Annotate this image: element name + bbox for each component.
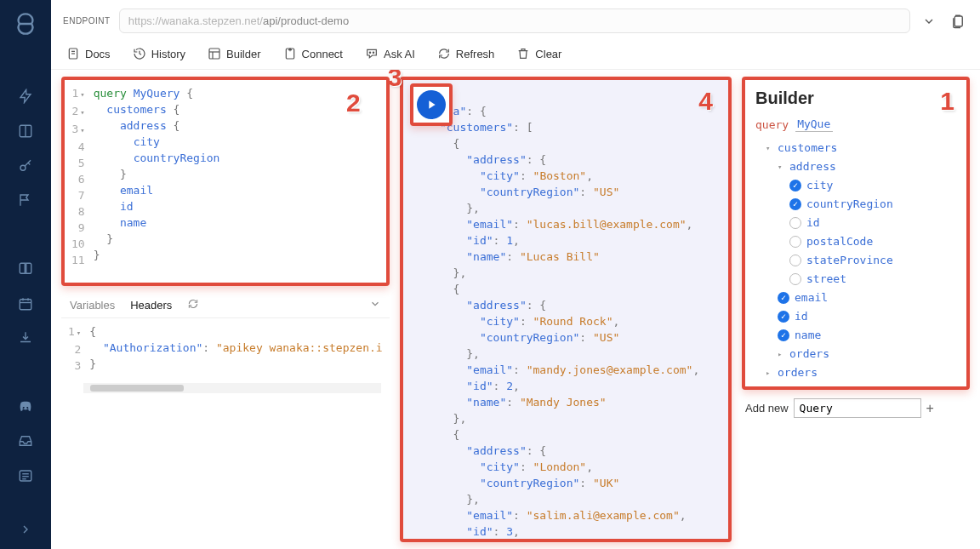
- run-button[interactable]: [417, 90, 446, 119]
- result-json[interactable]: { "data": { "customers": [ { "address": …: [403, 80, 728, 542]
- builder-query-row: query: [755, 117, 956, 132]
- tree-address-id[interactable]: id: [755, 214, 956, 232]
- annotation-badge-2: 2: [346, 89, 361, 117]
- builder-tree: ▾customers ▾address ✓city ✓countryRegion…: [755, 139, 956, 382]
- refresh-vars-icon[interactable]: [187, 298, 199, 312]
- query-code[interactable]: query MyQuery { customers { address { ci…: [94, 85, 220, 277]
- variables-panel: Variables Headers 123 { "Authorization":…: [61, 293, 390, 542]
- svg-point-2: [20, 165, 26, 170]
- horizontal-scrollbar[interactable]: [83, 383, 381, 393]
- tree-name[interactable]: ✓name: [755, 326, 956, 345]
- query-editor-panel[interactable]: 2 123 4567891011 query MyQuery { custome…: [61, 77, 390, 286]
- calendar-icon[interactable]: [17, 295, 34, 312]
- ask-ai-button[interactable]: Ask AI: [365, 47, 415, 60]
- history-button[interactable]: History: [133, 47, 185, 60]
- annotation-badge-3: 3: [388, 70, 424, 92]
- tab-variables[interactable]: Variables: [70, 299, 115, 312]
- tree-street[interactable]: street: [755, 270, 956, 289]
- endpoint-dropdown-icon[interactable]: [919, 11, 939, 31]
- run-button-box: 3: [410, 83, 453, 126]
- builder-button[interactable]: Builder: [208, 47, 260, 60]
- svg-rect-15: [209, 49, 219, 59]
- svg-rect-3: [20, 299, 31, 309]
- layout-icon[interactable]: [17, 123, 34, 140]
- docs-button[interactable]: Docs: [66, 47, 111, 60]
- toolbar: Docs History Builder Connect Ask AI Refr…: [51, 40, 980, 70]
- discord-icon[interactable]: [17, 398, 34, 415]
- connect-button[interactable]: Connect: [283, 47, 343, 60]
- key-icon[interactable]: [17, 157, 34, 174]
- tree-city[interactable]: ✓city: [755, 176, 956, 195]
- tree-email[interactable]: ✓email: [755, 289, 956, 307]
- builder-title: Builder: [755, 89, 956, 108]
- tree-stateProvince[interactable]: stateProvince: [755, 251, 956, 270]
- line-gutter: 123 4567891011: [71, 85, 94, 277]
- add-new-row: Add new +: [742, 390, 970, 426]
- svg-point-20: [373, 52, 373, 53]
- clipboard-icon[interactable]: [948, 11, 968, 31]
- left-sidebar: [0, 0, 51, 549]
- svg-point-19: [369, 52, 370, 53]
- flag-icon[interactable]: [17, 192, 34, 209]
- endpoint-input[interactable]: https://wanaka.stepzen.net/api/product-d…: [119, 9, 910, 33]
- refresh-button[interactable]: Refresh: [437, 47, 495, 60]
- svg-rect-11: [954, 16, 962, 26]
- tree-countryRegion[interactable]: ✓countryRegion: [755, 195, 956, 214]
- add-new-label: Add new: [745, 402, 789, 415]
- add-new-plus-icon[interactable]: +: [926, 401, 934, 416]
- result-panel: 4 { "data": { "customers": [ { "address"…: [400, 77, 732, 542]
- endpoint-bar: ENDPOINT https://wanaka.stepzen.net/api/…: [51, 0, 980, 40]
- tree-orders[interactable]: ▸orders: [755, 363, 956, 382]
- add-new-input[interactable]: [794, 398, 921, 418]
- tree-customers[interactable]: ▾customers: [755, 139, 956, 157]
- inbox-icon[interactable]: [17, 433, 34, 449]
- headers-code[interactable]: { "Authorization": "apikey wanaka::stepz…: [89, 323, 382, 375]
- tab-headers[interactable]: Headers: [130, 299, 172, 312]
- annotation-badge-1: 1: [940, 87, 954, 116]
- vars-gutter: 123: [68, 323, 89, 375]
- expand-icon[interactable]: [17, 521, 34, 537]
- tree-orders-sub[interactable]: ▸orders: [755, 345, 956, 363]
- builder-panel: 1 Builder query ▾customers ▾address ✓cit…: [742, 77, 970, 390]
- annotation-badge-4: 4: [698, 87, 713, 116]
- list-icon[interactable]: [17, 468, 34, 484]
- collapse-vars-icon[interactable]: [369, 298, 381, 312]
- tree-id[interactable]: ✓id: [755, 307, 956, 326]
- download-icon[interactable]: [17, 330, 34, 346]
- book-icon[interactable]: [17, 261, 34, 277]
- stepzen-logo-icon: [14, 12, 37, 36]
- endpoint-label: ENDPOINT: [63, 16, 111, 26]
- builder-query-name-input[interactable]: [795, 117, 833, 132]
- tree-postalCode[interactable]: postalCode: [755, 232, 956, 251]
- lightning-icon[interactable]: [17, 89, 34, 105]
- tree-address[interactable]: ▾address: [755, 157, 956, 176]
- clear-button[interactable]: Clear: [516, 47, 561, 60]
